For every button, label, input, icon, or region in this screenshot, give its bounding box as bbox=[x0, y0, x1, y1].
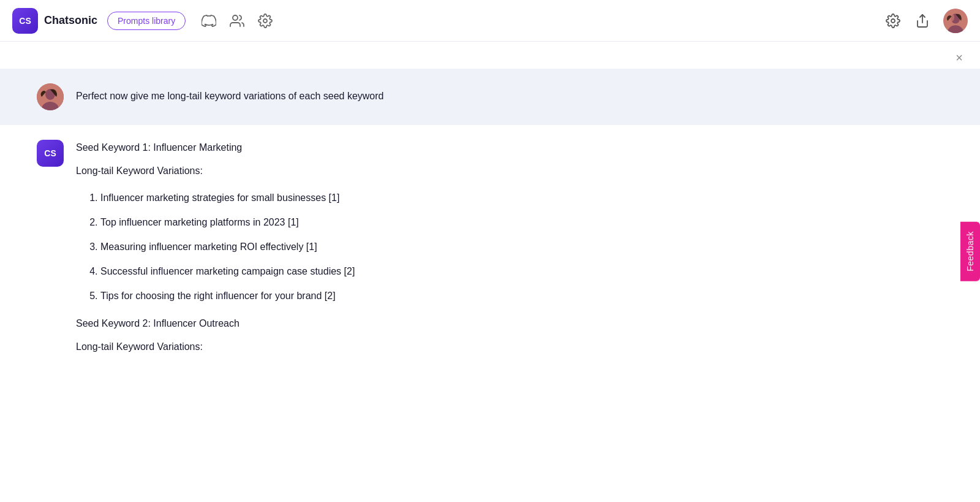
feedback-tab[interactable]: Feedback bbox=[960, 221, 980, 281]
close-bar: × bbox=[0, 42, 980, 69]
list-item: Measuring influencer marketing ROI effec… bbox=[100, 240, 943, 254]
user-avatar[interactable] bbox=[943, 9, 968, 33]
user-message-text: Perfect now give me long-tail keyword va… bbox=[76, 83, 383, 104]
app-name: Chatsonic bbox=[44, 14, 97, 27]
svg-point-1 bbox=[263, 19, 267, 23]
seed-keyword-1: Seed Keyword 1: Influencer Marketing bbox=[76, 140, 943, 156]
list-item: Tips for choosing the right influencer f… bbox=[100, 289, 943, 303]
nav-settings-icon[interactable] bbox=[257, 12, 274, 29]
seed-keyword-2: Seed Keyword 2: Influencer Outreach bbox=[76, 316, 943, 332]
gear-settings-icon[interactable] bbox=[884, 12, 902, 29]
navbar-right bbox=[884, 9, 968, 33]
user-message: Perfect now give me long-tail keyword va… bbox=[0, 69, 980, 125]
navbar: CS Chatsonic Prompts library bbox=[0, 0, 980, 42]
user-message-avatar bbox=[37, 83, 64, 110]
community-icon[interactable] bbox=[228, 12, 246, 29]
list-item: Top influencer marketing platforms in 20… bbox=[100, 215, 943, 230]
nav-icons bbox=[200, 12, 274, 29]
share-icon[interactable] bbox=[914, 12, 931, 29]
logo-icon: CS bbox=[12, 8, 38, 34]
list-item: Influencer marketing strategies for smal… bbox=[100, 191, 943, 205]
ai-message-content: Seed Keyword 1: Influencer Marketing Lon… bbox=[76, 140, 943, 354]
logo-area: CS Chatsonic bbox=[12, 8, 97, 34]
svg-point-0 bbox=[233, 15, 238, 20]
chat-area: Perfect now give me long-tail keyword va… bbox=[0, 69, 980, 502]
ai-avatar: CS bbox=[37, 140, 64, 167]
prompts-library-button[interactable]: Prompts library bbox=[107, 12, 186, 30]
close-button[interactable]: × bbox=[951, 49, 968, 66]
svg-point-2 bbox=[891, 19, 895, 23]
keyword-list-1: Influencer marketing strategies for smal… bbox=[76, 191, 943, 303]
long-tail-label-1: Long-tail Keyword Variations: bbox=[76, 163, 943, 179]
long-tail-label-2: Long-tail Keyword Variations: bbox=[76, 339, 943, 355]
list-item: Successful influencer marketing campaign… bbox=[100, 264, 943, 279]
ai-message: CS Seed Keyword 1: Influencer Marketing … bbox=[0, 125, 980, 369]
discord-icon[interactable] bbox=[200, 12, 217, 29]
